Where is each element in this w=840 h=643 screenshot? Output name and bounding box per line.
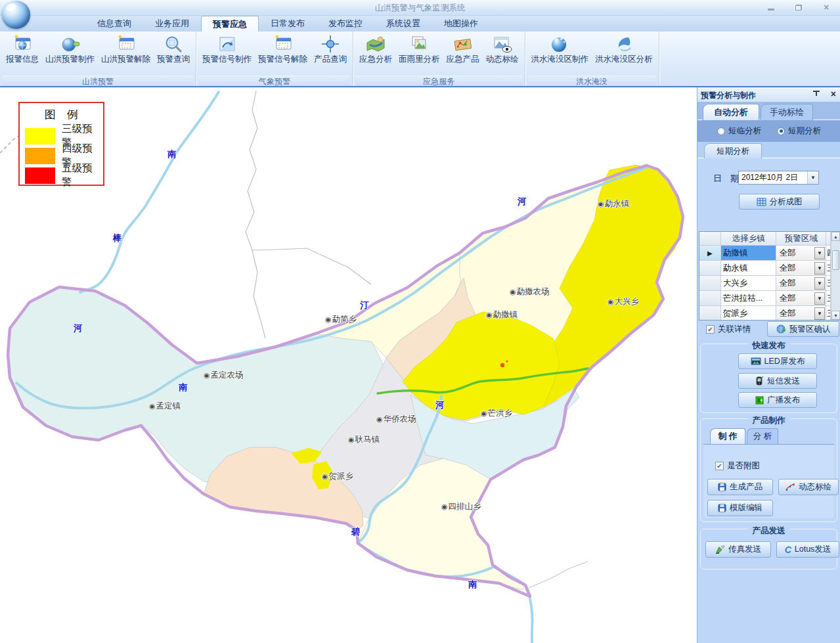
ribbon-button-label: 面雨里分析 (399, 55, 440, 64)
area-dropdown[interactable]: 全部▼ (776, 276, 826, 290)
area-dropdown[interactable]: 全部▼ (776, 306, 826, 321)
globe-plus-icon (776, 324, 786, 334)
river-label: 碧 (351, 526, 361, 538)
area-dropdown[interactable]: 全部▼ (776, 246, 826, 260)
town-label: ◉勐撒农场 (510, 286, 550, 298)
map-canvas[interactable] (0, 87, 697, 643)
chevron-down-icon[interactable]: ▼ (814, 247, 825, 259)
radio-short-term[interactable] (777, 127, 785, 135)
town-label: ◉华侨农场 (376, 414, 416, 425)
tab-manual-plot[interactable]: 手动标绘 (761, 104, 813, 120)
tab-auto-analysis[interactable]: 自动分析 (703, 104, 759, 120)
product-make-group: 产品制作 制 作 分 析 ✔ 是否附图 生成产品 (700, 418, 837, 522)
subtab-strip: 短期分析 (697, 142, 840, 158)
detail-checkbox[interactable]: ✔ (706, 325, 715, 334)
close-button[interactable]: × (819, 2, 833, 12)
town-marker-icon: ◉ (486, 311, 493, 319)
emergency-product-button[interactable]: 应急产品 (443, 33, 483, 66)
town-label: ◉贺派乡 (322, 471, 353, 482)
header-partial (826, 232, 831, 246)
led-publish-button[interactable]: LED屏发布 (738, 353, 817, 369)
tab-make[interactable]: 制 作 (710, 428, 745, 444)
lotus-icon: C (785, 544, 791, 555)
grid-icon (757, 198, 766, 206)
tab-daily-publish[interactable]: 日常发布 (259, 16, 317, 32)
area-rain-analysis-button[interactable]: 面雨里分析 (395, 33, 443, 66)
tab-business-app[interactable]: 业务应用 (143, 16, 201, 32)
product-make-content: ✔ 是否附图 生成产品 动态标绘 (703, 444, 834, 518)
table-row[interactable]: 芒洪拉祜... 全部▼ 三 (699, 291, 831, 306)
chevron-down-icon[interactable]: ▼ (807, 171, 818, 184)
tab-map-operations[interactable]: 地图操作 (432, 16, 490, 32)
panel-close-icon[interactable]: × (831, 89, 836, 99)
table-row[interactable]: 大兴乡 全部▼ 三 (699, 276, 831, 291)
flood-zone-analysis-button[interactable]: 洪水淹没区分析 (592, 33, 656, 66)
tab-publish-monitor[interactable]: 发布监控 (317, 16, 374, 32)
table-row[interactable]: 贺派乡 全部▼ 三 (699, 306, 831, 321)
tab-warning-emergency[interactable]: 预警应急 (201, 16, 259, 32)
scroll-down-icon[interactable]: ▼ (831, 311, 840, 320)
minimize-button[interactable] (764, 2, 778, 12)
subtab-short-term[interactable]: 短期分析 (704, 143, 762, 158)
date-dropdown[interactable]: 2012年10月 2日 ▼ (738, 171, 819, 185)
confirm-warning-area-button[interactable]: 预警区确认 (767, 321, 839, 337)
detail-checkbox-label: 关联详情 (718, 324, 751, 335)
river-label: 南 (179, 382, 188, 393)
scrollbar-thumb[interactable] (832, 250, 839, 270)
river-label: 河 (435, 399, 445, 411)
panel-content: 日 期 2012年10月 2日 ▼ 分析成图 选择乡镇 (697, 158, 840, 643)
signal-cancel-button[interactable]: 预警信号解除 (255, 33, 311, 66)
sms-send-button[interactable]: 短信发送 (738, 373, 817, 389)
plot-arrows-icon (785, 483, 795, 491)
warning-query-button[interactable]: 预警查询 (154, 33, 193, 66)
flood-zone-create-button[interactable]: 洪水淹没区制作 (528, 33, 592, 66)
pin-icon[interactable] (812, 90, 820, 99)
product-query-button[interactable]: 产品查询 (311, 33, 350, 66)
area-dropdown[interactable]: 全部▼ (776, 261, 826, 275)
chevron-down-icon[interactable]: ▼ (814, 277, 825, 290)
ribbon-group-weather-warning: 预警信号制作 预警信号解除 (196, 32, 353, 86)
dynamic-plot-panel-button[interactable]: 动态标绘 (778, 479, 839, 495)
alarm-info-icon (11, 34, 34, 54)
dynamic-plot-button[interactable]: 动态标绘 (483, 33, 522, 66)
tab-info-query[interactable]: 信息查询 (85, 16, 143, 32)
legend-swatch-level4 (25, 148, 55, 164)
product-send-group: 产品发送 传真发送 C Lotus发送 (700, 529, 837, 569)
table-row[interactable]: ▶ 勐撒镇 全部▼ 四 (699, 246, 831, 261)
minimize-icon (768, 9, 774, 11)
app-logo-globe-icon (2, 1, 30, 29)
tab-system-settings[interactable]: 系统设置 (374, 16, 432, 32)
radio-short-nowcast[interactable] (717, 127, 725, 135)
emergency-analysis-button[interactable]: 应急分析 (356, 33, 395, 66)
ribbon-group-label: 气象预警 (199, 76, 350, 86)
tab-analyze[interactable]: 分 析 (747, 428, 778, 444)
fax-send-button[interactable]: 传真发送 (705, 541, 771, 558)
lotus-send-button[interactable]: C Lotus发送 (776, 541, 839, 558)
generate-product-button[interactable]: 生成产品 (707, 479, 773, 495)
signal-create-button[interactable]: 预警信号制作 (199, 33, 255, 66)
attach-map-checkbox[interactable]: ✔ (715, 462, 724, 470)
map-area: ◉勐永镇 ◉勐撒农场 ◉大兴乡 ◉勐撒镇 ◉勐简乡 ◉孟定农场 ◉孟定镇 ◉华侨… (0, 87, 697, 643)
table-row[interactable]: 勐永镇 全部▼ 三 (699, 261, 831, 276)
town-label: ◉耿马镇 (348, 434, 380, 445)
chevron-down-icon[interactable]: ▼ (814, 262, 825, 275)
ribbon-group-mountain-flood: 报警信息 山洪预警制作 (0, 32, 196, 86)
broadcast-publish-button[interactable]: 广播发布 (738, 392, 817, 408)
town-marker-icon: ◉ (481, 409, 487, 417)
flood-warning-cancel-button[interactable]: 山洪预警解除 (98, 33, 154, 66)
ribbon-filler (659, 32, 840, 86)
flood-warning-create-button[interactable]: 山洪预警制作 (42, 33, 98, 66)
broadcast-icon (755, 396, 764, 405)
template-edit-button[interactable]: 模版编辑 (707, 500, 773, 516)
town-marker-icon: ◉ (441, 502, 448, 510)
ribbon-button-label: 产品查询 (314, 55, 347, 64)
chevron-down-icon[interactable]: ▼ (814, 292, 825, 305)
chevron-down-icon[interactable]: ▼ (814, 307, 825, 320)
table-scrollbar[interactable]: ▲ ▼ (831, 232, 840, 320)
area-dropdown[interactable]: 全部▼ (776, 291, 826, 305)
restore-button[interactable] (791, 2, 806, 12)
alarm-info-button[interactable]: 报警信息 (3, 33, 42, 66)
legend-item: 五级预警 (25, 166, 98, 185)
scroll-up-icon[interactable]: ▲ (831, 232, 840, 241)
analyze-map-button[interactable]: 分析成图 (739, 194, 820, 210)
